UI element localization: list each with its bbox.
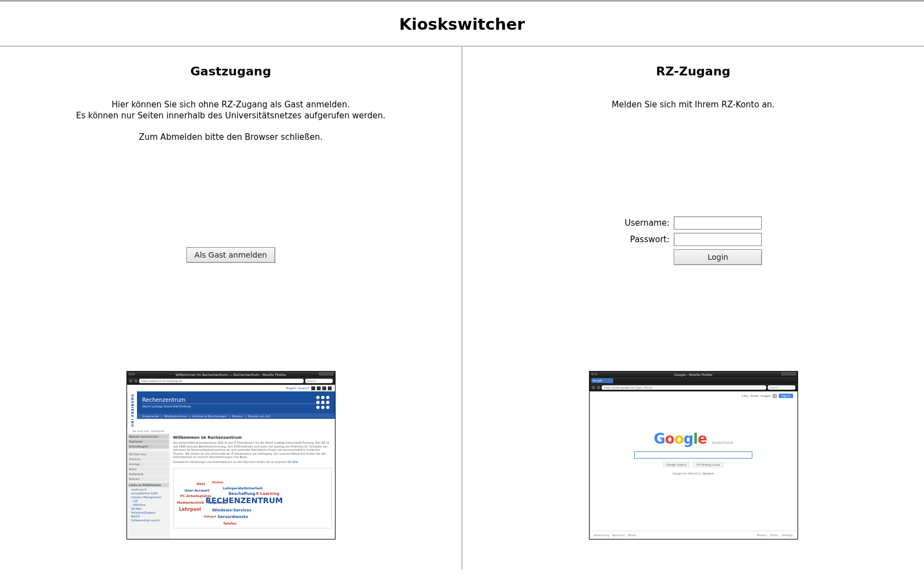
guest-description: Hier können Sie sich ohne RZ-Zugang als … bbox=[76, 99, 386, 143]
guest-line3: Zum Abmelden bitte den Browser schließen… bbox=[76, 132, 386, 143]
google-buttons: Google Search I'm Feeling Lucky bbox=[590, 462, 798, 467]
google-top-links: +You Gmail Images Sign In bbox=[590, 391, 798, 400]
back-icon bbox=[592, 386, 595, 389]
sidebar-item: News bbox=[128, 467, 169, 471]
sidebar-header: Links zu Plattformen bbox=[128, 483, 169, 487]
sidebar-item: Website durchsuchen bbox=[128, 434, 169, 439]
article-extra-text: Zusätzliche Anleitungen und Informatione… bbox=[173, 460, 287, 464]
google-offered: Google.de offered in: Deutsch bbox=[590, 472, 798, 475]
browser-toolbar: https://www.rz.uni-freiburg.de Search bbox=[127, 377, 335, 385]
uni-banner-title: Rechenzentrum bbox=[142, 397, 329, 403]
wc-word: Netz bbox=[197, 482, 205, 486]
top-icon bbox=[322, 386, 326, 390]
uni-body: Website durchsuchen Startseite Schnellzu… bbox=[127, 433, 335, 539]
wc-word: Windows-Services bbox=[212, 508, 252, 512]
password-label: Passwort: bbox=[623, 231, 672, 248]
footer-right: Privacy Terms Settings bbox=[757, 533, 793, 537]
preview-titlebar: Google - Mozilla Firefox bbox=[590, 372, 798, 377]
columns: Gastzugang Hier können Sie sich ohne RZ-… bbox=[0, 47, 924, 570]
guest-preview: Willkommen im Rechenzentrum — Rechenzent… bbox=[127, 371, 336, 539]
sidebar-link: myAccount bbox=[128, 488, 169, 491]
footer-link: About bbox=[628, 533, 636, 537]
uni-top-links: English Deutsch bbox=[127, 385, 335, 391]
sidebar-item: Dateien bbox=[128, 477, 169, 481]
offered-text: Google.de offered in: bbox=[673, 472, 702, 475]
guest-line1: Hier können Sie sich ohne RZ-Zugang als … bbox=[76, 99, 386, 110]
sidebar-link: Campus-Management bbox=[128, 495, 169, 499]
article-title: Willkommen im Rechenzentrum bbox=[173, 435, 332, 440]
google-footer: Advertising Business About Privacy Terms… bbox=[590, 531, 798, 539]
sidebar-link: Lernplattform ILIAS bbox=[128, 492, 169, 495]
grid-menu-icon bbox=[316, 396, 329, 409]
login-button[interactable]: Login bbox=[674, 249, 762, 265]
username-input[interactable] bbox=[674, 216, 762, 230]
username-label: Username: bbox=[623, 215, 672, 231]
wc-word: Serverdienste bbox=[218, 515, 248, 519]
top-icon bbox=[311, 386, 315, 390]
sidebar-link: Softwareshop autom. bbox=[128, 519, 169, 522]
wc-word: Module bbox=[212, 481, 224, 484]
rz-title: RZ-Zugang bbox=[656, 64, 730, 78]
window-controls bbox=[782, 372, 796, 375]
top-icon bbox=[328, 386, 332, 390]
back-icon bbox=[129, 379, 133, 383]
sidebar-link: RZ-Wiki bbox=[128, 507, 169, 510]
article-body: Das Universitätsrechenzentrum (RZ) ist d… bbox=[173, 441, 332, 459]
lang-link: English bbox=[287, 386, 296, 390]
google-logo: Google Deutschland bbox=[654, 430, 733, 447]
google-lucky-button: I'm Feeling Lucky bbox=[693, 462, 723, 467]
google-region: Deutschland bbox=[712, 440, 733, 444]
page-title: Kioskswitcher bbox=[0, 15, 924, 34]
nav-item: Institute & Einrichtungen bbox=[193, 415, 227, 418]
lang-link: Deutsch bbox=[298, 386, 310, 390]
footer-link: Advertising bbox=[594, 533, 609, 537]
nav-item: Externe bbox=[232, 415, 243, 418]
wc-word: Medientechnik bbox=[177, 500, 205, 504]
uni-sidebar: Website durchsuchen Startseite Schnellzu… bbox=[127, 433, 170, 539]
offered-link: Deutsch bbox=[702, 472, 714, 475]
footer-link: Business bbox=[613, 533, 625, 537]
top-link: +You bbox=[741, 394, 749, 397]
titlebar-left-icons bbox=[129, 373, 135, 375]
uni-main: Willkommen im Rechenzentrum Das Universi… bbox=[170, 433, 335, 539]
password-input[interactable] bbox=[674, 233, 762, 246]
preview-titlebar: Willkommen im Rechenzentrum — Rechenzent… bbox=[127, 372, 335, 377]
login-form: Username: Passwort: Login bbox=[623, 215, 765, 266]
nav-item: Studierende bbox=[142, 415, 159, 418]
sidebar-item: Stellportal bbox=[128, 472, 169, 476]
browser-toolbar: https://www.google.de/?gws_rd=ssl Search bbox=[590, 384, 798, 391]
browser-search: Search bbox=[305, 379, 333, 383]
guest-action: Als Gast anmelden bbox=[186, 247, 276, 263]
nav-item: MitarbeiterInnen bbox=[164, 415, 188, 418]
header: Kioskswitcher bbox=[0, 2, 924, 47]
google-homepage: +You Gmail Images Sign In Google Deutsch… bbox=[590, 391, 798, 539]
guest-line2: Es können nur Seiten innerhalb des Unive… bbox=[76, 110, 386, 121]
sidebar-item: Schnellzugriff bbox=[128, 444, 169, 449]
sidebar-link: Helpdesk/Support bbox=[128, 511, 169, 514]
google-search-button: Google Search bbox=[663, 462, 690, 467]
nav-item: Dienste von A-Z bbox=[248, 415, 270, 418]
titlebar-left-icons bbox=[591, 373, 597, 375]
preview-window-title: Google - Mozilla Firefox bbox=[674, 373, 713, 377]
footer-link: Terms bbox=[770, 533, 778, 537]
sidebar-item: Services bbox=[128, 457, 169, 461]
wc-word: PC-Arbeitsplätze bbox=[180, 494, 212, 498]
sidebar-link: - HISinOne bbox=[128, 503, 169, 506]
wc-word: E-Learning bbox=[256, 492, 279, 496]
wc-word: Helpcenter bbox=[208, 500, 228, 504]
uni-banner: Rechenzentrum Albert-Ludwigs-Universität… bbox=[137, 391, 335, 413]
guest-login-button[interactable]: Als Gast anmelden bbox=[186, 247, 276, 263]
browser-tab: Google bbox=[591, 378, 613, 383]
article-extra: Zusätzliche Anleitungen und Informatione… bbox=[173, 460, 332, 464]
uni-banner-sub: Albert-Ludwigs-Universität Freiburg bbox=[142, 403, 329, 408]
top-link: Images bbox=[761, 394, 771, 397]
sidebar-item: RZ Über Uns bbox=[128, 452, 169, 456]
url-bar: https://www.google.de/?gws_rd=ssl bbox=[602, 385, 766, 390]
url-bar: https://www.rz.uni-freiburg.de bbox=[139, 379, 304, 383]
browser-tabs: Google bbox=[590, 377, 798, 384]
window-controls bbox=[319, 372, 333, 375]
uni-nav: Studierende | MitarbeiterInnen | Institu… bbox=[137, 413, 335, 419]
forward-icon bbox=[597, 386, 600, 389]
footer-link: Privacy bbox=[757, 533, 767, 537]
signin-button: Sign In bbox=[779, 394, 793, 398]
